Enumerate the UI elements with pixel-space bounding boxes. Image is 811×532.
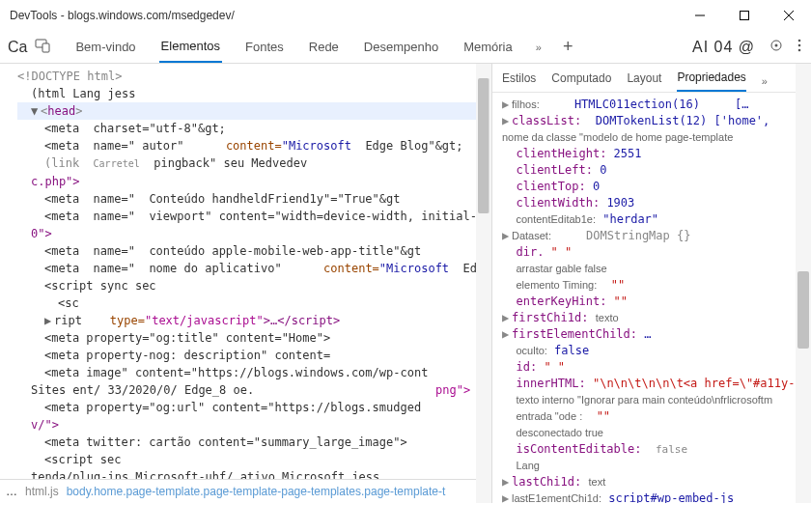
svg-point-10 — [798, 49, 801, 52]
breadcrumb: … html.js body.home.page-template.page-t… — [0, 479, 491, 503]
dom-row[interactable]: <meta name=" Conteúdo handheldFriend1y"=… — [17, 190, 486, 208]
dom-row[interactable]: <meta name=" nome do aplicativo" content… — [17, 260, 486, 277]
ai-label[interactable]: AI 04 @ — [692, 39, 755, 56]
tab-memory[interactable]: Memória — [461, 32, 515, 62]
more-tabs-icon[interactable]: » — [536, 42, 542, 53]
tab-network[interactable]: Rede — [307, 32, 341, 62]
main-split: <!DOCTYPE html> (html Lang jess ▼<head> … — [0, 64, 811, 503]
dom-row[interactable]: tenda/plug-ins Microsoft-uhf/ ativo Micr… — [17, 468, 486, 479]
dom-row[interactable]: <meta twitter: cartão content="summary_l… — [17, 434, 486, 451]
window-title: DevTools - blogs.windows.com/msedgedev/ — [10, 9, 235, 22]
devtools-toolbar: Ca Bem-vindo Elementos Fontes Rede Desem… — [0, 31, 811, 64]
kebab-menu-icon[interactable] — [797, 39, 801, 55]
right-panel: Estilos Computado Layout Propriedades » … — [492, 64, 811, 503]
rtab-styles[interactable]: Estilos — [502, 71, 536, 91]
minimize-button[interactable] — [678, 0, 722, 31]
dom-panel: <!DOCTYPE html> (html Lang jess ▼<head> … — [0, 64, 492, 503]
dom-row[interactable]: <!DOCTYPE html> — [17, 68, 486, 85]
maximize-icon — [740, 11, 749, 20]
minimize-icon — [695, 11, 705, 20]
dom-row[interactable]: (html Lang jess — [17, 85, 486, 102]
tab-sources[interactable]: Fontes — [243, 32, 286, 62]
breadcrumb-more[interactable]: … — [6, 485, 17, 498]
scrollbar-thumb[interactable] — [478, 78, 489, 213]
scrollbar-thumb[interactable] — [797, 271, 809, 349]
window-controls — [678, 0, 811, 31]
dom-row[interactable]: c.php"> — [17, 173, 486, 190]
window-titlebar: DevTools - blogs.windows.com/msedgedev/ — [0, 0, 811, 31]
dom-row[interactable]: <meta image" content="https://blogs.wind… — [17, 364, 486, 381]
dom-row[interactable]: <meta name=" viewport" content="width=de… — [17, 208, 486, 225]
dom-row[interactable]: (link Carretel pingback" seu Medvedev — [17, 154, 486, 173]
svg-rect-5 — [42, 43, 49, 52]
svg-point-9 — [798, 44, 801, 47]
right-tabs: Estilos Computado Layout Propriedades » — [492, 64, 811, 93]
dom-row-head[interactable]: ▼<head> — [17, 102, 486, 120]
dom-row[interactable]: ▶ript type="text/javascript">…</script​> — [17, 312, 486, 329]
device-mode-icon[interactable] — [35, 38, 50, 56]
svg-rect-1 — [741, 12, 749, 20]
dom-scrollbar[interactable] — [476, 64, 491, 503]
dom-row[interactable]: <sc — [17, 294, 486, 312]
new-tab-icon[interactable]: + — [563, 37, 573, 57]
tab-elements[interactable]: Elementos — [159, 31, 222, 63]
more-rtabs-icon[interactable]: » — [762, 75, 768, 87]
close-icon — [784, 11, 794, 20]
tab-welcome[interactable]: Bem-vindo — [73, 32, 137, 62]
svg-point-7 — [775, 44, 778, 47]
dom-row[interactable]: <script sync sec — [17, 277, 486, 294]
dom-row[interactable]: <meta property="og:url" content="https:/… — [17, 399, 486, 416]
rtab-layout[interactable]: Layout — [627, 71, 661, 91]
breadcrumb-html[interactable]: html.js — [25, 485, 59, 498]
dom-row[interactable]: <script sec — [17, 451, 486, 468]
dom-row[interactable]: <meta property-nog: description" content… — [17, 347, 486, 364]
breadcrumb-body[interactable]: body.home.page-template.page-template-pa… — [67, 485, 446, 498]
svg-point-8 — [798, 40, 801, 42]
rtab-computed[interactable]: Computado — [551, 71, 611, 91]
settings-icon[interactable] — [769, 38, 784, 56]
dom-row[interactable]: <meta name=" conteúdo apple-mobile-web-a… — [17, 242, 486, 260]
tab-performance[interactable]: Desempenho — [362, 32, 440, 62]
dom-tree[interactable]: <!DOCTYPE html> (html Lang jess ▼<head> … — [0, 64, 491, 479]
inspect-toggle[interactable]: Ca — [8, 39, 27, 56]
rtab-properties[interactable]: Propriedades — [677, 70, 745, 92]
properties-list[interactable]: ▶filhos: HTMLC011ection(16) [… ▶classLis… — [492, 93, 811, 503]
maximize-button[interactable] — [722, 0, 767, 31]
dom-row[interactable]: <meta property="og:title" content="Home"… — [17, 329, 486, 347]
dom-row[interactable]: Sites ent/ 33/2020/0/ Edge_8 oe. png"> — [17, 381, 486, 399]
close-button[interactable] — [767, 0, 811, 31]
dom-row[interactable]: <meta name=" autor" content="Microsoft E… — [17, 137, 486, 154]
props-scrollbar[interactable] — [796, 64, 811, 503]
dom-row[interactable]: 0"> — [17, 225, 486, 242]
dom-row[interactable]: v/"> — [17, 416, 486, 434]
dom-row[interactable]: <meta charset="utf-8"&gt; — [17, 120, 486, 137]
